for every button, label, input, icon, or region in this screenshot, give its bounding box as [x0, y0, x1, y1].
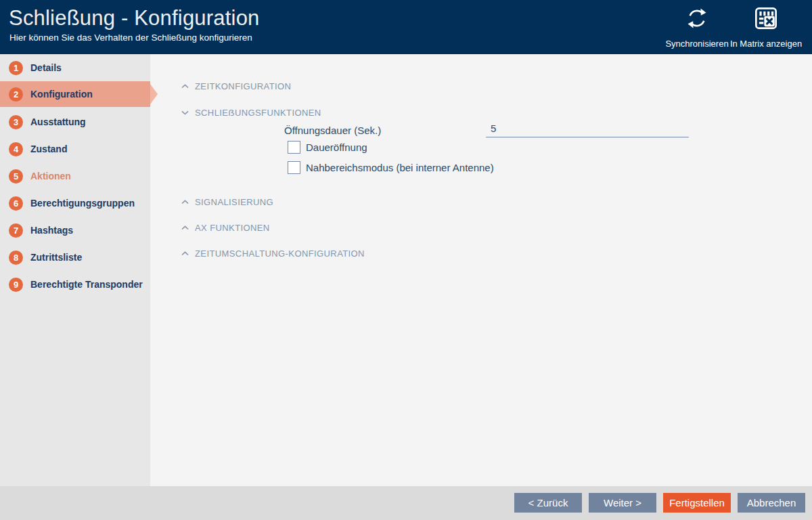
step-number-badge: 7 [9, 223, 23, 238]
step-number-badge: 8 [9, 251, 23, 265]
step-number-badge: 9 [9, 278, 23, 292]
next-button[interactable]: Weiter > [589, 493, 656, 513]
header: Schließung - Konfiguration Hier können S… [0, 0, 812, 54]
matrix-icon [754, 7, 777, 30]
sidebar: 1 Details 2 Konfiguration 3 Ausstattung … [0, 54, 150, 486]
page-title: Schließung - Konfiguration [9, 6, 260, 30]
back-button[interactable]: < Zurück [514, 493, 582, 513]
step-number-badge: 5 [9, 169, 23, 183]
section-ax-funktionen[interactable]: AX FUNKTIONEN [181, 223, 270, 233]
page-subtitle: Hier können Sie das Verhalten der Schlie… [9, 32, 252, 43]
sidebar-item-konfiguration[interactable]: 2 Konfiguration [0, 81, 150, 107]
sidebar-item-ausstattung[interactable]: 3 Ausstattung [0, 109, 150, 135]
daueroeffnung-checkbox[interactable] [288, 141, 300, 154]
chevron-up-icon [181, 84, 189, 89]
daueroeffnung-row: Daueröffnung [288, 140, 367, 154]
section-signalisierung[interactable]: SIGNALISIERUNG [181, 197, 273, 207]
step-number-badge: 2 [9, 87, 23, 102]
synchronize-label: Synchronisieren [665, 39, 728, 49]
show-in-matrix-label: In Matrix anzeigen [730, 39, 802, 49]
step-number-badge: 1 [9, 61, 23, 75]
chevron-up-icon [181, 200, 189, 204]
sidebar-item-berechtigte-transponder[interactable]: 9 Berechtigte Transponder [0, 272, 150, 297]
sidebar-item-details[interactable]: 1 Details [0, 55, 150, 81]
chevron-up-icon [181, 225, 189, 230]
nahbereichsmodus-row: Nahbereichsmodus (bei interner Antenne) [288, 160, 494, 174]
step-number-badge: 3 [9, 115, 23, 129]
section-zeitumschaltung-konfiguration[interactable]: ZEITUMSCHALTUNG-KONFIGURATION [181, 248, 365, 259]
nahbereichsmodus-label: Nahbereichsmodus (bei interner Antenne) [306, 162, 494, 173]
sidebar-item-zutrittsliste[interactable]: 8 Zutrittsliste [0, 244, 150, 270]
section-schliessungsfunktionen[interactable]: SCHLIEẞUNGSFUNKTIONEN [181, 108, 321, 118]
sync-icon [685, 7, 708, 30]
opening-duration-label: Öffnungsdauer (Sek.) [284, 125, 381, 136]
opening-duration-input[interactable] [486, 121, 689, 137]
show-in-matrix-button[interactable]: In Matrix anzeigen [731, 7, 801, 49]
sidebar-item-berechtigungsgruppen[interactable]: 6 Berechtigungsgruppen [0, 190, 150, 216]
step-number-badge: 6 [9, 196, 23, 211]
synchronize-button[interactable]: Synchronisieren [662, 7, 732, 49]
footer-bar: < Zurück Weiter > Fertigstellen Abbreche… [0, 486, 812, 520]
sidebar-item-hashtags[interactable]: 7 Hashtags [0, 217, 150, 243]
sidebar-item-zustand[interactable]: 4 Zustand [0, 136, 150, 162]
cancel-button[interactable]: Abbrechen [738, 493, 805, 513]
nahbereichsmodus-checkbox[interactable] [288, 161, 300, 174]
sidebar-item-aktionen[interactable]: 5 Aktionen [0, 163, 150, 189]
finish-button[interactable]: Fertigstellen [663, 493, 731, 513]
section-zeitkonfiguration[interactable]: ZEITKONFIGURATION [181, 81, 291, 91]
active-step-pointer-icon [150, 84, 158, 104]
daueroeffnung-label: Daueröffnung [306, 142, 367, 153]
chevron-up-icon [181, 251, 189, 256]
app-window: Schließung - Konfiguration Hier können S… [0, 0, 812, 520]
chevron-down-icon [181, 110, 189, 115]
step-number-badge: 4 [9, 142, 23, 156]
